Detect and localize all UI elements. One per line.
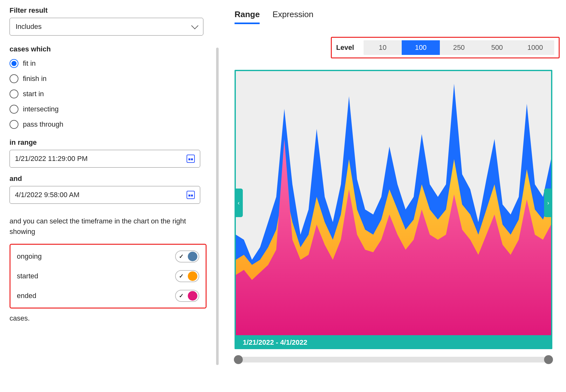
mode-tabs: RangeExpression xyxy=(235,10,560,24)
radio-label: start in xyxy=(23,90,44,98)
range-handle-left[interactable]: ‹ xyxy=(235,189,243,217)
radio-icon xyxy=(10,105,18,114)
toggle-knob xyxy=(188,271,197,281)
filter-result-select[interactable]: Includes xyxy=(10,18,203,36)
date-end-input[interactable]: 4/1/2022 9:58:00 AM xyxy=(10,186,200,204)
filter-panel: Filter result Includes cases which fit i… xyxy=(0,0,216,392)
zoom-slider[interactable] xyxy=(235,357,552,362)
radio-label: intersecting xyxy=(23,105,59,113)
calendar-icon[interactable] xyxy=(187,191,195,199)
toggle-row-ongoing: ongoing✓ xyxy=(17,250,199,262)
radio-label: fit in xyxy=(23,59,36,68)
date-start-value: 1/21/2022 11:29:00 PM xyxy=(15,155,88,163)
radio-start-in[interactable]: start in xyxy=(10,90,207,98)
toggle-ended[interactable]: ✓ xyxy=(175,290,199,302)
level-selector: Level 101002505001000 xyxy=(331,37,560,58)
toggle-ongoing[interactable]: ✓ xyxy=(175,250,199,262)
cases-trail: cases. xyxy=(10,314,207,322)
date-end-value: 4/1/2022 9:58:00 AM xyxy=(15,191,79,199)
chevron-down-icon xyxy=(191,22,199,30)
toggle-label: ended xyxy=(17,292,36,300)
check-icon: ✓ xyxy=(179,253,184,260)
toggle-knob xyxy=(188,252,197,261)
level-250[interactable]: 250 xyxy=(440,40,478,55)
check-icon: ✓ xyxy=(179,273,184,280)
check-icon: ✓ xyxy=(179,292,184,299)
level-segmented: 101002505001000 xyxy=(364,40,554,55)
pane-divider[interactable] xyxy=(216,48,219,365)
date-start-input[interactable]: 1/21/2022 11:29:00 PM xyxy=(10,150,200,168)
toggle-knob xyxy=(188,291,197,301)
tab-range[interactable]: Range xyxy=(235,10,260,24)
radio-label: pass through xyxy=(23,120,63,129)
toggle-row-started: started✓ xyxy=(17,270,199,282)
slider-handle-right[interactable] xyxy=(544,355,553,364)
radio-icon xyxy=(10,90,18,98)
range-handle-right[interactable]: › xyxy=(544,189,552,217)
level-500[interactable]: 500 xyxy=(478,40,516,55)
radio-finish-in[interactable]: finish in xyxy=(10,74,207,83)
filter-result-value: Includes xyxy=(16,23,42,31)
toggle-row-ended: ended✓ xyxy=(17,290,199,302)
chart-range-text: 1/21/2022 - 4/1/2022 xyxy=(243,338,307,347)
chart-panel: RangeExpression Level 101002505001000 1/… xyxy=(219,0,566,392)
series-toggle-group: ongoing✓started✓ended✓ xyxy=(10,244,207,309)
radio-icon xyxy=(10,59,18,68)
radio-pass-through[interactable]: pass through xyxy=(10,120,207,129)
toggle-label: ongoing xyxy=(17,252,42,261)
slider-handle-left[interactable] xyxy=(234,355,243,364)
calendar-icon[interactable] xyxy=(187,155,195,163)
level-100[interactable]: 100 xyxy=(402,40,440,55)
toggle-label: started xyxy=(17,272,38,280)
radio-icon xyxy=(10,120,18,129)
level-label: Level xyxy=(336,43,354,52)
radio-label: finish in xyxy=(23,75,47,83)
radio-intersecting[interactable]: intersecting xyxy=(10,105,207,114)
toggle-started[interactable]: ✓ xyxy=(175,270,199,282)
and-label: and xyxy=(10,175,207,183)
in-range-label: in range xyxy=(10,138,207,147)
radio-fit-in[interactable]: fit in xyxy=(10,59,207,68)
tab-expression[interactable]: Expression xyxy=(272,10,313,24)
radio-icon xyxy=(10,74,18,83)
filter-result-label: Filter result xyxy=(10,6,207,15)
timeframe-sentence: and you can select the timeframe in the … xyxy=(10,216,207,237)
timeline-chart[interactable]: 1/21/2022 - 4/1/2022 ‹ › xyxy=(235,70,552,349)
cases-which-label: cases which xyxy=(10,45,207,53)
level-10[interactable]: 10 xyxy=(364,40,402,55)
level-1000[interactable]: 1000 xyxy=(516,40,554,55)
